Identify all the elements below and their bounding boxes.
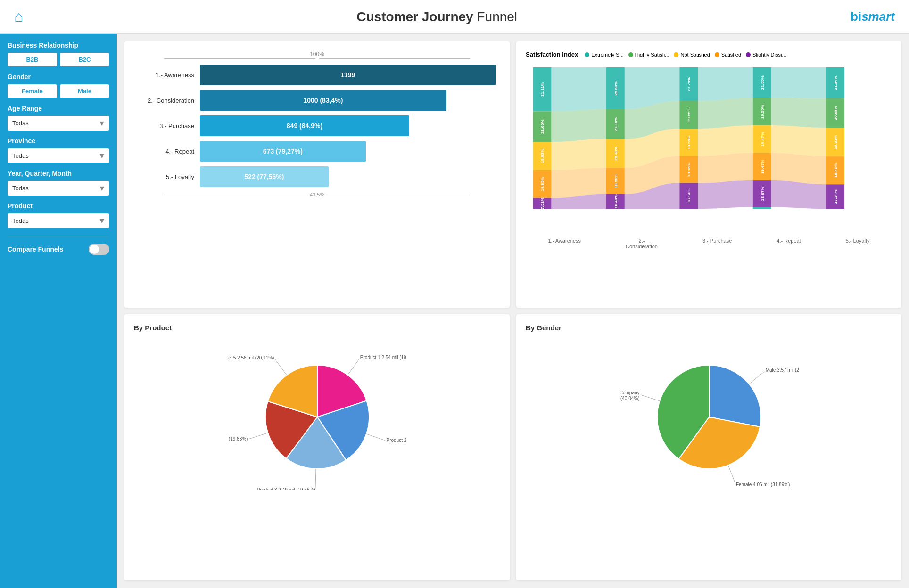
- legend-dot: [715, 52, 719, 57]
- by-product-title: By Product: [134, 324, 500, 332]
- funnel-bar-wrap: 522 (77,56%): [200, 166, 496, 187]
- funnel-bar-wrap: 1199: [200, 65, 496, 85]
- pie-label-line: [249, 433, 268, 439]
- content-area: 100% 1.- Awareness 1199 2.- Consideratio…: [117, 34, 909, 588]
- header: ⌂ Customer Journey Funnel bismart: [0, 0, 909, 34]
- product-select[interactable]: Todas: [8, 213, 109, 228]
- pie-label: Female 4.06 mil (31,89%): [735, 482, 790, 487]
- svg-text:21.84%: 21.84%: [834, 75, 838, 90]
- legend-item: Extremely S...: [585, 52, 623, 57]
- sankey-stage-labels: 1.- Awareness2.- Consideration3.- Purcha…: [526, 238, 892, 249]
- male-button[interactable]: Male: [60, 84, 109, 98]
- pie-label: Male 3.57 mil (28,07%): [765, 368, 798, 373]
- legend-dot: [628, 52, 633, 57]
- product-label: Product: [8, 202, 109, 210]
- pie-label: Company5.1 mil (40,04%): [620, 390, 640, 401]
- pie-label-line: [366, 434, 385, 441]
- legend-dot: [746, 52, 751, 57]
- legend-label: Slightly Dissi...: [752, 52, 786, 57]
- svg-text:18.87%: 18.87%: [760, 187, 764, 201]
- funnel-percent-top: 100%: [134, 51, 500, 57]
- female-button[interactable]: Female: [8, 84, 57, 98]
- satisfaction-title: Satisfaction Index: [526, 51, 578, 58]
- svg-text:19.55%: 19.55%: [687, 135, 691, 150]
- svg-text:23.79%: 23.79%: [687, 77, 691, 91]
- funnel-bottom-line: 43,5%: [134, 192, 500, 197]
- svg-text:21.10%: 21.10%: [613, 117, 618, 131]
- funnel-bar: 673 (79,27%): [200, 141, 366, 162]
- pie-label-line: [347, 359, 359, 375]
- pie-label-line: [275, 359, 287, 375]
- svg-text:21.60%: 21.60%: [540, 119, 545, 134]
- product-pie-chart: Product 1 2.54 mil (19,93%)Product 2 2.6…: [228, 339, 407, 490]
- by-product-panel: By Product Product 1 2.54 mil (19,93%)Pr…: [124, 314, 510, 580]
- legend-label: Satisfied: [721, 52, 741, 57]
- funnel-top-left-line: [164, 58, 315, 59]
- funnel-bar-wrap: 1000 (83,4%): [200, 90, 496, 111]
- svg-rect-40: [753, 207, 771, 209]
- funnel-bar-wrap: 673 (79,27%): [200, 141, 496, 162]
- business-relationship-group: B2B B2C: [8, 53, 109, 66]
- pie-slice: [709, 365, 761, 427]
- by-gender-title: By Gender: [526, 324, 892, 332]
- funnel-row: 4.- Repeat 673 (79,27%): [139, 141, 496, 162]
- legend-dot: [585, 52, 589, 57]
- by-gender-panel: By Gender Male 3.57 mil (28,07%)Female 4…: [516, 314, 901, 580]
- svg-text:19.85%: 19.85%: [540, 177, 545, 191]
- funnel-row: 1.- Awareness 1199: [139, 65, 496, 85]
- funnel-row-label: 4.- Repeat: [139, 148, 200, 155]
- svg-text:19.73%: 19.73%: [834, 163, 838, 178]
- sankey-stage-label: 2.- Consideration: [626, 238, 658, 249]
- home-icon[interactable]: ⌂: [14, 8, 23, 25]
- legend-dot: [674, 52, 678, 57]
- svg-text:20.88%: 20.88%: [834, 106, 838, 120]
- funnel-bar: 1000 (83,4%): [200, 90, 446, 111]
- main-layout: Business Relationship B2B B2C Gender Fem…: [0, 34, 909, 588]
- pie-label: Product 5 2.56 mil (20,11%): [228, 355, 274, 360]
- sankey-stage-label: 1.- Awareness: [548, 238, 581, 249]
- svg-text:17.24%: 17.24%: [834, 189, 838, 204]
- pie-label-line: [315, 469, 315, 489]
- funnel-row: 2.- Consideration 1000 (83,4%): [139, 90, 496, 111]
- province-label: Province: [8, 137, 109, 145]
- product-select-wrap: Todas ▼: [8, 213, 109, 228]
- b2c-button[interactable]: B2C: [60, 53, 109, 66]
- funnel-bottom-right-line: [326, 195, 470, 195]
- b2b-button[interactable]: B2B: [8, 53, 57, 66]
- sankey-svg-wrap: 31.11%21.60%19.93%19.85%7.51%29.60%21.10…: [526, 63, 892, 249]
- year-quarter-month-select[interactable]: Todas: [8, 181, 109, 196]
- svg-text:19.47%: 19.47%: [760, 132, 764, 147]
- svg-text:31.11%: 31.11%: [540, 82, 545, 97]
- legend-item: Not Satisfied: [674, 52, 710, 57]
- age-range-select-wrap: Todas ▼: [8, 116, 109, 131]
- funnel-bar: 849 (84,9%): [200, 115, 409, 136]
- sankey-legend-items: Extremely S...Highly Satisfi...Not Satis…: [585, 52, 786, 57]
- compare-funnels-row: Compare Funnels: [8, 237, 109, 255]
- funnel-bar: 522 (77,56%): [200, 166, 329, 187]
- pie-label-line: [749, 371, 764, 384]
- legend-label: Highly Satisfi...: [635, 52, 669, 57]
- sankey-svg: 31.11%21.60%19.93%19.85%7.51%29.60%21.10…: [526, 63, 892, 232]
- funnel-percent-bottom: 43,5%: [310, 192, 324, 197]
- sankey-panel: Satisfaction Index Extremely S...Highly …: [516, 41, 901, 308]
- legend-item: Slightly Dissi...: [746, 52, 786, 57]
- year-quarter-month-label: Year, Quarter, Month: [8, 170, 109, 177]
- sankey-stage-label: 5.- Loyalty: [846, 238, 870, 249]
- funnel-bar-wrap: 849 (84,9%): [200, 115, 496, 136]
- title-light: Funnel: [473, 9, 517, 24]
- province-select-wrap: Todas ▼: [8, 148, 109, 163]
- legend-item: Highly Satisfi...: [628, 52, 669, 57]
- page-title: Customer Journey Funnel: [356, 9, 517, 24]
- pie-label: Product 2 2.64 mil (20,72%): [386, 438, 406, 443]
- compare-funnels-label: Compare Funnels: [8, 245, 63, 253]
- svg-text:7.51%: 7.51%: [540, 197, 545, 209]
- age-range-select[interactable]: Todas: [8, 116, 109, 131]
- business-relationship-label: Business Relationship: [8, 41, 109, 49]
- funnel-row-label: 5.- Loyalty: [139, 173, 200, 180]
- compare-funnels-toggle[interactable]: [89, 244, 109, 255]
- province-select[interactable]: Todas: [8, 148, 109, 163]
- svg-text:19.55%: 19.55%: [687, 107, 691, 122]
- pie-label: Product 1 2.54 mil (19,93%): [360, 355, 406, 360]
- funnel-row-label: 1.- Awareness: [139, 72, 200, 79]
- svg-text:19.47%: 19.47%: [760, 159, 764, 174]
